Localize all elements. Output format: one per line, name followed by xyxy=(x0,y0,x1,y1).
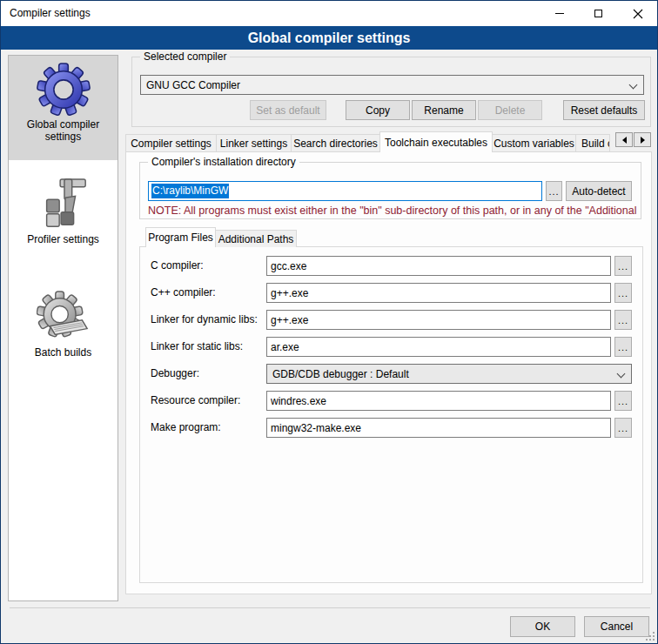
browse-c-compiler-button[interactable]: ... xyxy=(614,256,632,276)
browse-dynamic-linker-button[interactable]: ... xyxy=(614,310,632,330)
field-row-c-compiler: C compiler: ... xyxy=(140,256,642,276)
field-row-cpp-compiler: C++ compiler: ... xyxy=(140,283,642,303)
resource-compiler-input[interactable] xyxy=(266,391,611,411)
gray-gear-stack-icon xyxy=(37,291,91,345)
window-title: Compiler settings xyxy=(10,1,91,26)
browse-resource-compiler-button[interactable]: ... xyxy=(614,391,632,411)
field-label: C compiler: xyxy=(151,259,204,272)
browse-static-linker-button[interactable]: ... xyxy=(614,337,632,357)
field-label: C++ compiler: xyxy=(151,286,216,299)
tab-additional-paths[interactable]: Additional Paths xyxy=(215,230,297,247)
titlebar[interactable]: Compiler settings xyxy=(1,1,657,26)
sidebar-item-batch-builds[interactable]: Batch builds xyxy=(9,284,118,386)
settings-tabs: Compiler settings Linker settings Search… xyxy=(125,131,610,152)
field-label: Debugger: xyxy=(151,367,199,379)
debugger-select-value: GDB/CDB debugger : Default xyxy=(272,368,409,380)
reset-defaults-button[interactable]: Reset defaults xyxy=(563,100,645,120)
tab-toolchain-executables[interactable]: Toolchain executables xyxy=(379,131,493,152)
installation-directory-group: Compiler's installation directory C:\ray… xyxy=(139,162,641,219)
tab-build-options[interactable]: Build options xyxy=(575,134,610,151)
arrow-left-icon xyxy=(622,137,627,144)
set-as-default-button[interactable]: Set as default xyxy=(250,100,326,120)
cpp-compiler-input[interactable] xyxy=(266,283,611,303)
tab-compiler-settings[interactable]: Compiler settings xyxy=(125,134,217,151)
browse-make-program-button[interactable]: ... xyxy=(614,418,632,438)
tab-linker-settings[interactable]: Linker settings xyxy=(216,134,292,151)
field-label: Linker for static libs: xyxy=(151,340,243,352)
browse-directory-button[interactable]: ... xyxy=(546,181,562,201)
close-icon xyxy=(633,9,643,19)
field-label: Make program: xyxy=(151,421,221,433)
field-row-debugger: Debugger: GDB/CDB debugger : Default xyxy=(140,364,642,384)
compiler-select[interactable]: GNU GCC Compiler xyxy=(140,75,644,95)
field-row-resource-compiler: Resource compiler: ... xyxy=(140,391,642,411)
c-compiler-input[interactable] xyxy=(266,256,611,276)
resize-grip[interactable] xyxy=(646,632,655,641)
selected-compiler-group: Selected compiler GNU GCC Compiler Set a… xyxy=(131,57,651,127)
installation-directory-value: C:\raylib\MinGW xyxy=(151,184,229,198)
static-linker-input[interactable] xyxy=(266,337,611,357)
copy-button[interactable]: Copy xyxy=(346,100,410,120)
delete-button[interactable]: Delete xyxy=(478,100,542,120)
program-files-panel: C compiler: ... C++ compiler: ... Linker… xyxy=(139,246,643,583)
tab-program-files[interactable]: Program Files xyxy=(145,227,216,247)
tab-scroll-right-button[interactable] xyxy=(634,132,651,147)
selected-compiler-group-label: Selected compiler xyxy=(140,50,230,63)
installation-directory-group-label: Compiler's installation directory xyxy=(148,156,299,168)
tab-custom-variables[interactable]: Custom variables xyxy=(492,134,576,151)
blue-gear-icon xyxy=(37,63,91,117)
rename-button[interactable]: Rename xyxy=(412,100,476,120)
toolchain-executables-panel: Compiler's installation directory C:\ray… xyxy=(125,151,652,594)
footer-divider xyxy=(10,607,650,608)
browse-cpp-compiler-button[interactable]: ... xyxy=(614,283,632,303)
arrow-right-icon xyxy=(641,137,645,144)
page-title: Global compiler settings xyxy=(1,26,657,50)
ok-button[interactable]: OK xyxy=(510,616,575,637)
field-row-dynamic-linker: Linker for dynamic libs: ... xyxy=(140,310,642,330)
sidebar-item-label: Global compilersettings xyxy=(9,118,118,143)
field-row-static-linker: Linker for static libs: ... xyxy=(140,337,642,357)
bin-subdirectory-note: NOTE: All programs must exist either in … xyxy=(148,205,641,217)
tab-scroll-left-button[interactable] xyxy=(615,132,633,147)
minimize-icon xyxy=(555,13,564,14)
minimize-button[interactable] xyxy=(540,1,579,26)
program-tabs: Program Files Additional Paths xyxy=(145,227,297,247)
maximize-icon xyxy=(594,10,602,17)
chevron-down-icon xyxy=(617,370,626,379)
dynamic-linker-input[interactable] xyxy=(266,310,611,330)
cancel-button[interactable]: Cancel xyxy=(584,616,649,637)
maximize-button[interactable] xyxy=(579,1,618,26)
sidebar-item-profiler-settings[interactable]: Profiler settings xyxy=(9,171,118,273)
sidebar-item-label: Batch builds xyxy=(9,346,118,359)
compiler-settings-dialog: Compiler settings Global compiler settin… xyxy=(0,0,658,644)
sidebar-item-global-compiler-settings[interactable]: Global compilersettings xyxy=(9,56,118,160)
field-row-make-program: Make program: ... xyxy=(140,418,642,438)
sidebar-item-label: Profiler settings xyxy=(9,233,118,245)
compiler-select-value: GNU GCC Compiler xyxy=(146,79,240,91)
close-button[interactable] xyxy=(618,1,657,26)
caliper-tool-icon xyxy=(37,178,91,231)
field-label: Resource compiler: xyxy=(151,394,240,406)
tab-search-directories[interactable]: Search directories xyxy=(291,134,380,151)
settings-category-list: Global compilersettings Profiler setting… xyxy=(8,55,118,601)
window-controls xyxy=(540,1,657,26)
debugger-select[interactable]: GDB/CDB debugger : Default xyxy=(266,364,632,384)
field-label: Linker for dynamic libs: xyxy=(151,313,258,325)
chevron-down-icon xyxy=(629,81,638,90)
auto-detect-button[interactable]: Auto-detect xyxy=(566,181,632,201)
installation-directory-input[interactable]: C:\raylib\MinGW xyxy=(148,181,542,201)
make-program-input[interactable] xyxy=(266,418,611,438)
